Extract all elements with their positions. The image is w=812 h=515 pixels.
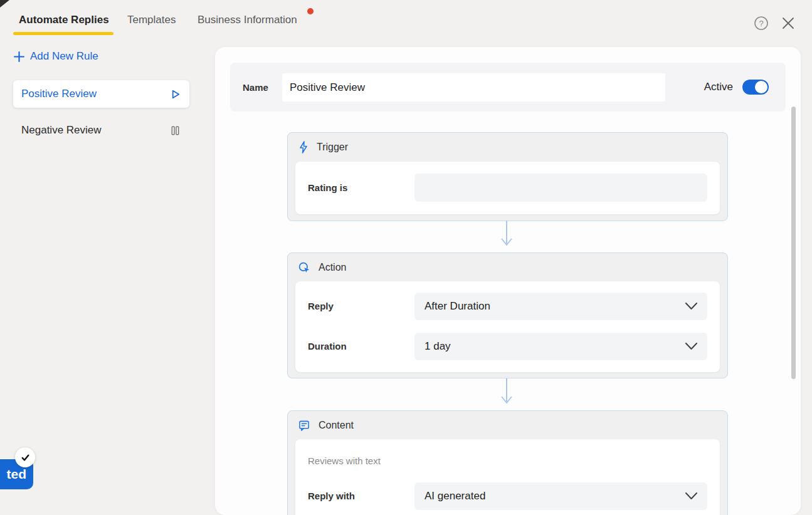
trigger-section: Trigger Rating is	[287, 132, 728, 221]
sidebar-rule-negative-review[interactable]: Negative Review	[13, 117, 189, 144]
rating-is-label: Rating is	[308, 182, 347, 194]
rule-name: Positive Review	[21, 88, 97, 100]
vertical-scrollbar-thumb[interactable]	[791, 107, 796, 379]
duration-label: Duration	[308, 341, 347, 352]
reply-value: After Duration	[424, 300, 490, 313]
reply-label: Reply	[308, 301, 334, 312]
flow-arrow-down-icon	[500, 378, 514, 406]
add-new-rule-label: Add New Rule	[30, 50, 98, 63]
flow-arrow-down-icon	[500, 221, 514, 248]
close-icon[interactable]	[781, 16, 796, 31]
tab-templates[interactable]: Templates	[127, 14, 176, 26]
rating-field[interactable]	[414, 174, 707, 202]
plus-icon	[14, 51, 24, 62]
sidebar-rule-positive-review[interactable]: Positive Review	[13, 80, 189, 108]
trigger-card: Rating is	[295, 162, 720, 214]
duration-dropdown[interactable]: 1 day	[414, 333, 707, 360]
tab-business-information[interactable]: Business Information	[198, 14, 297, 26]
duration-value: 1 day	[424, 340, 451, 353]
action-card: Reply After Duration Duration 1 day	[295, 281, 720, 372]
reply-with-value: AI generated	[424, 490, 485, 502]
message-icon	[298, 420, 310, 432]
toast-text: ted	[7, 467, 27, 482]
content-section: Content Reviews with text Reply with AI …	[287, 410, 728, 515]
corner-artifact	[0, 0, 9, 8]
toggle-knob	[755, 81, 767, 93]
active-label: Active	[704, 81, 733, 93]
name-label: Name	[243, 63, 268, 112]
action-section: Action Reply After Duration Duration 1 d…	[287, 252, 728, 378]
active-tab-underline	[13, 32, 113, 35]
rule-name-input[interactable]	[282, 73, 665, 101]
reply-with-dropdown[interactable]: AI generated	[414, 482, 707, 510]
chevron-down-icon	[685, 343, 697, 350]
reply-dropdown[interactable]: After Duration	[414, 293, 707, 320]
pause-icon[interactable]	[169, 125, 181, 137]
chevron-down-icon	[685, 492, 697, 500]
click-icon	[298, 262, 310, 274]
rule-name-bar: Name Active	[230, 63, 786, 112]
check-icon	[20, 452, 31, 463]
content-title: Content	[319, 420, 354, 431]
chevron-down-icon	[685, 303, 697, 310]
play-icon[interactable]	[169, 88, 181, 100]
active-toggle[interactable]	[742, 80, 769, 95]
toast-check-badge	[15, 447, 35, 467]
reviews-with-text-note: Reviews with text	[308, 455, 381, 466]
content-card: Reviews with text Reply with AI generate…	[295, 439, 720, 515]
tab-automate-replies[interactable]: Automate Replies	[19, 14, 109, 26]
rule-name: Negative Review	[21, 124, 102, 137]
notification-dot	[307, 8, 314, 14]
reply-with-label: Reply with	[308, 491, 355, 502]
trigger-title: Trigger	[317, 142, 348, 153]
add-new-rule-button[interactable]: Add New Rule	[14, 50, 98, 63]
svg-text:?: ?	[759, 19, 763, 28]
lightning-icon	[298, 141, 308, 153]
help-icon[interactable]: ?	[754, 16, 769, 31]
action-title: Action	[319, 262, 346, 273]
